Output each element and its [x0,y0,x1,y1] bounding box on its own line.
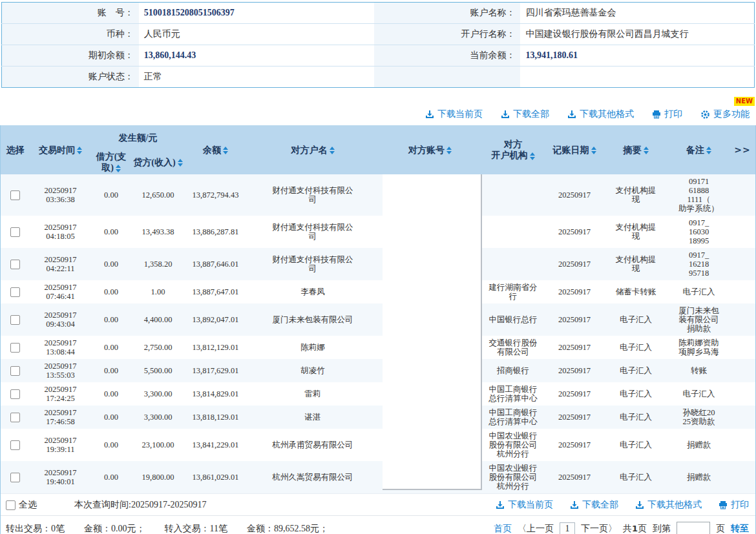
row-checkbox[interactable] [10,227,20,237]
download-other-format-link[interactable]: 下载其他格式 [567,108,634,120]
row-checkbox[interactable] [10,190,20,200]
download-current-page-link[interactable]: 下载当前页 [425,108,483,120]
cell-counterparty-bank: 中国农业银行 股份有限公司 杭州分行 [481,461,545,493]
print-link[interactable]: 打印 [719,499,749,511]
sort-icon[interactable] [446,147,452,154]
sort-icon[interactable] [77,147,82,154]
row-checkbox[interactable] [10,473,20,482]
cell-remark: 转账 [668,359,730,382]
row-checkbox[interactable] [10,366,20,376]
summary-segment: 转入交易：11笔 [165,524,227,533]
row-checkbox[interactable] [10,413,20,422]
sort-icon[interactable] [223,147,228,154]
sort-icon[interactable] [644,147,649,154]
table-row: 20250917 13:55:03 0.00 5,500.00 13,817,6… [1,359,755,382]
row-checkbox[interactable] [10,260,20,269]
cell-credit: 23,100.00 [131,429,185,461]
cell-transaction-time: 20250917 03:36:38 [30,174,91,216]
goto-suffix-label: 页 [716,523,725,534]
goto-button[interactable]: 转至 [731,523,749,534]
cell-more [730,461,755,493]
table-row: 20250917 19:40:01 0.00 19,800.00 13,861,… [1,461,755,493]
header-counterparty-account[interactable]: 对方账号 [379,125,481,174]
download-icon [501,110,510,119]
header-balance[interactable]: 余额 [185,125,246,174]
print-label: 打印 [731,499,749,511]
header-summary[interactable]: 摘要 [604,125,668,174]
row-checkbox[interactable] [10,315,20,325]
header-remark[interactable]: 备注 [668,125,730,174]
account-number-value: 51001815208051506397 [139,3,375,24]
cell-counterparty-name: 谌湛 [246,406,379,429]
currency-value: 人民币元 [139,24,375,45]
account-info-table: 账 号： 51001815208051506397 账户名称： 四川省索玛慈善基… [1,2,755,88]
goto-page-input[interactable] [677,522,710,534]
cell-balance: 13,841,229.01 [185,429,246,461]
cell-credit: 1.00 [131,280,185,303]
row-select-cell [1,359,30,382]
download-icon [567,110,576,119]
cell-remark: 捐赠款 [668,429,730,461]
sort-icon[interactable] [530,152,535,160]
select-all[interactable]: 全选 [6,499,37,511]
bank-branch-label: 开户行名称： [374,24,520,45]
cell-debit: 0.00 [91,174,131,216]
row-checkbox[interactable] [10,440,20,450]
redaction-overlay [383,174,482,490]
transactions-summary: 转出交易：0笔金额：0.00元；转入交易：11笔金额：89,652.58元； [6,523,348,534]
bank-branch-value: 中国建设银行股份有限公司西昌月城支行 [520,24,754,45]
download-all-link[interactable]: 下载全部 [501,108,549,120]
header-counterparty-name[interactable]: 对方户名 [246,125,379,174]
cell-remark: 陈莉娜资助 项脚乡马海 [668,336,730,359]
cell-debit: 0.00 [91,303,131,336]
cell-counterparty-bank [481,216,545,248]
cell-transaction-time: 20250917 13:08:44 [30,336,91,359]
cell-summary: 支付机构提 现 [604,216,668,248]
row-checkbox[interactable] [10,343,20,353]
next-page-button[interactable]: 下一页〉 [581,523,617,534]
sort-icon[interactable] [330,147,335,154]
more-functions-link[interactable]: 更多功能 [700,108,750,120]
table-row: 20250917 19:39:11 0.00 23,100.00 13,841,… [1,429,755,461]
empty-label [374,67,520,88]
cell-balance: 13,861,029.01 [185,461,246,493]
cell-debit: 0.00 [91,280,131,303]
header-credit[interactable]: 贷方(收入) [131,150,185,174]
cell-debit: 0.00 [91,461,131,493]
account-status-value: 正常 [139,67,375,88]
download-other-format-link[interactable]: 下载其他格式 [635,499,702,511]
opening-balance-value: 13,860,144.43 [139,45,375,67]
info-row: 账 号： 51001815208051506397 账户名称： 四川省索玛慈善基… [2,3,755,24]
cell-credit: 4,400.00 [131,303,185,336]
summary-segment: 转出交易：0笔 [6,524,65,533]
more-columns-button[interactable]: >> [730,125,755,174]
prev-page-button[interactable]: 〈上一页 [518,523,554,534]
download-icon [425,110,434,119]
header-debit[interactable]: 借方(支取) [91,150,131,174]
row-select-cell [1,174,30,216]
more-functions-label: 更多功能 [713,108,750,120]
first-page-link[interactable]: 首页 [494,523,512,534]
cell-debit: 0.00 [91,359,131,382]
row-checkbox[interactable] [10,389,20,399]
sort-icon[interactable] [706,147,711,154]
toolbar: 下载当前页 下载全部 下载其他格式 打印 NEW 更多功能 [0,88,756,125]
sort-icon[interactable] [116,165,121,172]
row-select-cell [1,461,30,493]
select-all-checkbox[interactable] [6,500,16,510]
bank-transaction-page: 账 号： 51001815208051506397 账户名称： 四川省索玛慈善基… [0,2,756,534]
download-current-page-link[interactable]: 下载当前页 [496,499,553,511]
download-all-link[interactable]: 下载全部 [570,499,618,511]
info-row: 账户状态： 正常 [2,67,755,88]
sort-icon[interactable] [178,159,183,167]
print-link[interactable]: 打印 [652,108,682,120]
cell-more [730,216,755,248]
header-counterparty-bank[interactable]: 对方 开户机构 [481,125,545,174]
sort-icon[interactable] [591,147,596,154]
header-posting-date[interactable]: 记账日期 [545,125,604,174]
row-select-cell [1,248,30,280]
header-transaction-time[interactable]: 交易时间 [30,125,91,174]
table-row: 20250917 17:46:58 0.00 3,300.00 13,818,1… [1,406,755,429]
cell-credit: 3,300.00 [131,382,185,406]
row-checkbox[interactable] [10,287,20,297]
